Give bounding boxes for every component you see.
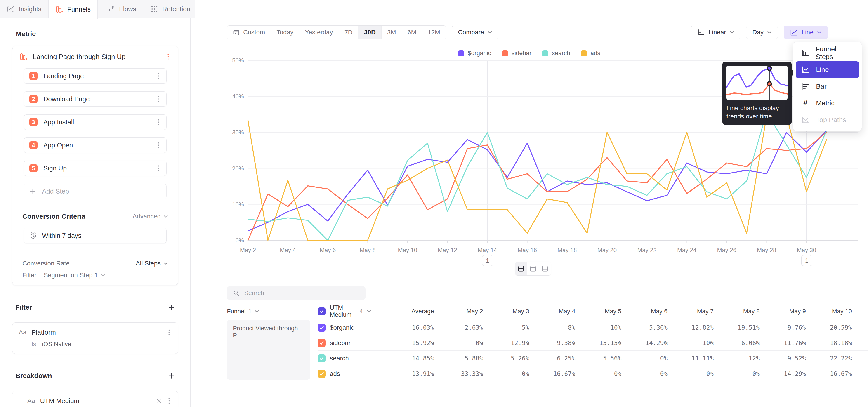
range-6m[interactable]: 6M bbox=[402, 26, 422, 39]
row-checkbox[interactable] bbox=[318, 370, 326, 378]
annotation-marker[interactable]: 1 bbox=[801, 255, 812, 266]
legend-swatch bbox=[542, 51, 548, 56]
sidebar: Metric Landing Page through Sign Up 1Lan… bbox=[0, 18, 191, 407]
range-custom[interactable]: Custom bbox=[227, 26, 271, 39]
table-row: $organic16.03%2.63%5%8%10%5.36%12.82%19.… bbox=[318, 320, 868, 335]
row-average: 14.85% bbox=[371, 355, 443, 362]
tab-label: Retention bbox=[162, 5, 190, 13]
kebab-icon[interactable] bbox=[156, 164, 161, 172]
conversion-criteria-heading: Conversion Criteria bbox=[22, 213, 85, 220]
range-12m[interactable]: 12M bbox=[422, 26, 446, 39]
funnel-column-header[interactable]: Funnel 1 bbox=[227, 308, 310, 315]
legend-item[interactable]: search bbox=[542, 50, 570, 57]
svg-text:May 26: May 26 bbox=[717, 247, 736, 253]
range-label: Custom bbox=[243, 29, 265, 36]
row-checkbox[interactable] bbox=[318, 339, 326, 347]
filter-property[interactable]: Platform bbox=[31, 329, 162, 336]
retention-icon bbox=[151, 5, 158, 13]
chart-only-view-button[interactable] bbox=[527, 262, 539, 275]
split-view-button[interactable] bbox=[515, 262, 527, 275]
line-chart: 0%10%20%30%40%50%May 2May 4May 6May 8May… bbox=[191, 0, 868, 271]
funnel-step-2[interactable]: 2Download Page bbox=[24, 91, 166, 107]
advanced-dropdown[interactable]: Advanced bbox=[132, 213, 168, 220]
menu-item-bar[interactable]: Bar bbox=[796, 78, 859, 95]
funnel-step-4[interactable]: 4App Open bbox=[24, 137, 166, 153]
search-placeholder: Search bbox=[244, 289, 264, 296]
add-breakdown-button[interactable] bbox=[168, 372, 175, 379]
row-checkbox[interactable] bbox=[318, 323, 326, 332]
range-label: Today bbox=[276, 29, 293, 36]
legend-item[interactable]: ads bbox=[581, 50, 600, 57]
row-value: 0% bbox=[628, 370, 674, 377]
add-filter-button[interactable] bbox=[168, 304, 175, 311]
conversion-criteria-row: Conversion Criteria Advanced bbox=[22, 213, 168, 220]
kebab-menu-icon[interactable] bbox=[166, 397, 172, 405]
row-value: 5% bbox=[489, 324, 535, 331]
conversion-window-button[interactable]: Within 7 days bbox=[24, 228, 166, 243]
menu-item-line[interactable]: Line bbox=[796, 61, 859, 78]
annotation-marker[interactable]: 1 bbox=[482, 255, 493, 266]
date-column-header: May 5 bbox=[582, 308, 628, 315]
filter-condition[interactable]: Is iOS Native bbox=[19, 341, 172, 348]
granularity-dropdown[interactable]: Day bbox=[746, 26, 778, 39]
tab-funnels[interactable]: Funnels bbox=[49, 0, 97, 19]
scale-dropdown[interactable]: Linear bbox=[691, 26, 740, 39]
menu-item-metric[interactable]: #Metric bbox=[796, 95, 859, 112]
svg-text:May 12: May 12 bbox=[438, 247, 457, 253]
text-type-icon: Aa bbox=[19, 329, 26, 336]
legend-item[interactable]: sidebar bbox=[502, 50, 532, 57]
tab-flows[interactable]: Flows bbox=[98, 0, 146, 18]
row-checkbox[interactable] bbox=[318, 354, 326, 363]
tab-insights[interactable]: Insights bbox=[0, 0, 49, 18]
kebab-icon[interactable] bbox=[156, 95, 161, 103]
kebab-menu-icon[interactable] bbox=[166, 53, 170, 61]
filter-segment-dropdown[interactable]: Filter + Segment on Step 1 bbox=[22, 272, 168, 279]
conversion-window-label: Within 7 days bbox=[42, 232, 81, 240]
funnel-step-5[interactable]: 5Sign Up bbox=[24, 160, 166, 176]
menu-item-label: Top Paths bbox=[816, 116, 846, 124]
compare-button[interactable]: Compare bbox=[452, 26, 498, 39]
select-all-checkbox[interactable] bbox=[318, 307, 326, 315]
menu-item-top-paths: Top Paths bbox=[796, 112, 859, 128]
average-column-header: Average bbox=[371, 308, 443, 315]
table-only-view-button[interactable] bbox=[539, 262, 551, 275]
chart-type-dropdown[interactable]: Line bbox=[784, 26, 828, 39]
range-today[interactable]: Today bbox=[271, 26, 299, 39]
row-value: 8% bbox=[535, 324, 582, 331]
tab-retention[interactable]: Retention bbox=[146, 0, 195, 18]
funnel-step-3[interactable]: 3App Install bbox=[24, 115, 166, 130]
legend-label: $organic bbox=[468, 50, 491, 57]
legend-item[interactable]: $organic bbox=[458, 50, 491, 57]
range-7d[interactable]: 7D bbox=[339, 26, 358, 39]
date-column-header: May 6 bbox=[628, 308, 674, 315]
breakdown-column-header[interactable]: UTM Medium 4 bbox=[318, 304, 371, 318]
menu-item-label: Metric bbox=[816, 99, 835, 107]
range-30d[interactable]: 30D bbox=[358, 26, 381, 39]
kebab-icon[interactable] bbox=[156, 141, 161, 149]
row-value: 2.63% bbox=[443, 324, 489, 331]
funnel-step-1[interactable]: 1Landing Page bbox=[24, 68, 166, 84]
drag-handle-icon[interactable] bbox=[19, 398, 22, 404]
funnel-cell[interactable]: Product Viewed through P... bbox=[227, 320, 310, 380]
add-step-button[interactable]: Add Step bbox=[24, 184, 166, 199]
conversion-rate-dropdown[interactable]: All Steps bbox=[136, 260, 168, 267]
svg-text:20%: 20% bbox=[232, 165, 244, 172]
row-label: ads bbox=[330, 370, 340, 377]
close-icon[interactable] bbox=[156, 398, 162, 404]
top-view-icon bbox=[529, 265, 537, 272]
range-3m[interactable]: 3M bbox=[381, 26, 402, 39]
legend-label: ads bbox=[590, 50, 600, 57]
row-values: 0%12.9%9.38%15.15%14.29%10%6.06%11.76%18… bbox=[443, 335, 858, 350]
menu-item-funnel-steps[interactable]: Funnel Steps bbox=[796, 44, 859, 61]
breakdown-column-label: UTM Medium bbox=[330, 304, 355, 318]
search-input[interactable]: Search bbox=[227, 286, 366, 300]
kebab-icon[interactable] bbox=[156, 118, 161, 126]
legend-label: sidebar bbox=[512, 50, 532, 57]
kebab-menu-icon[interactable] bbox=[166, 328, 172, 336]
range-yesterday[interactable]: Yesterday bbox=[299, 26, 339, 39]
check-icon bbox=[319, 340, 324, 346]
tab-label: Flows bbox=[119, 5, 136, 13]
row-name-cell: $organic bbox=[318, 323, 371, 332]
breakdown-property[interactable]: UTM Medium bbox=[40, 397, 151, 405]
kebab-icon[interactable] bbox=[156, 72, 161, 80]
